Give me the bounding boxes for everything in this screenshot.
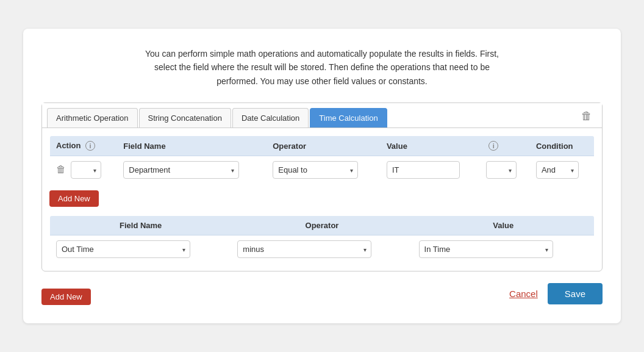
value-info-wrapper: ▾ [486, 161, 517, 179]
op-field-name-header: Field Name [50, 216, 232, 235]
field-name-wrapper: Department ▾ [123, 161, 239, 179]
value-info-select[interactable] [486, 161, 517, 179]
tabs-body: Action i Field Name Operator Value i Con… [42, 128, 602, 271]
cancel-button[interactable]: Cancel [509, 289, 538, 299]
op-field-name-select[interactable]: Out Time [56, 240, 190, 258]
op-operator-header: Operator [231, 216, 412, 235]
op-value-cell: In Time ▾ [413, 235, 595, 264]
value-cell [381, 156, 480, 184]
operator-header: Operator [267, 136, 381, 156]
row-delete-icon[interactable]: 🗑 [56, 164, 66, 174]
action-table-row: 🗑 ▾ Department [50, 156, 595, 184]
action-info-icon[interactable]: i [85, 141, 95, 151]
value-info-cell: ▾ [480, 156, 530, 184]
tab-arithmetic[interactable]: Arithmetic Operation [47, 108, 138, 128]
op-value-wrapper: In Time ▾ [419, 240, 553, 258]
op-operator-cell: minus plus ▾ [231, 235, 412, 264]
tabs-header: Arithmetic Operation String Concatenatio… [42, 103, 602, 128]
add-new-button[interactable]: Add New [49, 190, 99, 207]
action-dropdown[interactable] [71, 161, 101, 179]
operator-select[interactable]: Equal to [273, 161, 358, 179]
action-delete-cell: 🗑 ▾ [50, 156, 118, 184]
field-name-select[interactable]: Department [123, 161, 239, 179]
description: You can perform simple math operations a… [41, 47, 603, 88]
operator-cell: Equal to ▾ [267, 156, 381, 184]
delete-top-icon[interactable]: 🗑 [581, 110, 592, 123]
value-input[interactable] [387, 161, 460, 179]
op-operator-wrapper: minus plus ▾ [237, 240, 371, 258]
tab-date-calculation[interactable]: Date Calculation [232, 108, 309, 128]
value-info-icon[interactable]: i [488, 141, 498, 151]
value-header: Value [381, 136, 480, 156]
add-new-bottom-button[interactable]: Add New [41, 289, 91, 305]
operator-wrapper: Equal to ▾ [273, 161, 358, 179]
op-field-name-cell: Out Time ▾ [50, 235, 232, 264]
condition-select[interactable]: And Or [536, 161, 579, 179]
operation-table: Field Name Operator Value Out Time ▾ [49, 215, 595, 264]
condition-wrapper: And Or ▾ [536, 161, 579, 179]
op-table-row: Out Time ▾ minus plus ▾ [50, 235, 595, 264]
save-button[interactable]: Save [548, 283, 603, 304]
footer-actions: Add New Cancel Save [41, 282, 603, 305]
condition-header: Condition [530, 136, 595, 156]
action-header: Action i [50, 136, 118, 156]
op-operator-select[interactable]: minus plus [237, 240, 371, 258]
main-card: You can perform simple math operations a… [23, 29, 621, 323]
op-field-name-wrapper: Out Time ▾ [56, 240, 190, 258]
value-info-header: i [480, 136, 530, 156]
action-table: Action i Field Name Operator Value i Con… [49, 135, 595, 184]
tabs-container: Arithmetic Operation String Concatenatio… [41, 102, 603, 271]
tab-time-calculation[interactable]: Time Calculation [310, 108, 387, 128]
field-name-cell: Department ▾ [117, 156, 267, 184]
field-name-header: Field Name [117, 136, 267, 156]
op-value-select[interactable]: In Time [419, 240, 553, 258]
tab-string-concatenation[interactable]: String Concatenation [139, 108, 231, 128]
op-value-header: Value [413, 216, 595, 235]
condition-cell: And Or ▾ [530, 156, 595, 184]
